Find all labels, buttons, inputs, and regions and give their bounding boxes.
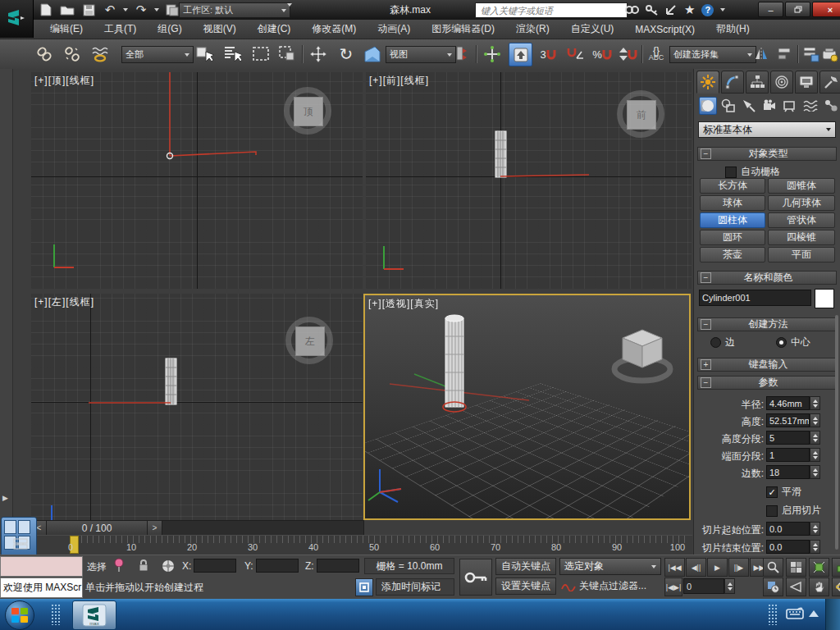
select-object-icon[interactable] (195, 44, 215, 64)
collapse-icon[interactable]: − (701, 148, 711, 159)
subtab-cameras[interactable] (760, 97, 778, 115)
field-of-view-icon[interactable] (786, 578, 806, 596)
viewcube-perspective[interactable] (611, 323, 673, 386)
button-cylinder[interactable]: 圆柱体 (700, 212, 765, 228)
time-slider-handle[interactable]: 0 / 100 (47, 521, 148, 535)
checkbox-checked-icon[interactable]: ✓ (766, 486, 778, 498)
frame-next-button[interactable]: > (148, 521, 162, 535)
subtab-systems[interactable] (822, 97, 840, 115)
select-rotate-icon[interactable]: ↻ (336, 44, 356, 64)
viewport-top-label[interactable]: [+][顶][线框] (34, 74, 94, 88)
slice-to-spinner[interactable] (810, 540, 820, 554)
height-segments-spinner[interactable] (810, 431, 820, 445)
menu-graph-editors[interactable]: 图形编辑器(D) (421, 20, 505, 39)
auto-key-button[interactable]: 自动关键点 (495, 558, 556, 575)
viewcube-face[interactable]: 前 (627, 100, 656, 130)
select-scale-icon[interactable] (363, 44, 382, 64)
undo-dropdown-icon[interactable] (123, 8, 128, 11)
redo-icon[interactable]: ↷ (133, 2, 149, 17)
rollout-object-type[interactable]: − 对象类型 (697, 147, 837, 161)
key-filters-curve-icon[interactable] (561, 580, 576, 591)
search-icon[interactable] (625, 4, 639, 16)
viewport-front[interactable]: [+][前][线框] 前 (366, 72, 692, 289)
slice-from-field[interactable]: 0.0 (766, 522, 810, 536)
communication-center-icon[interactable] (665, 4, 678, 16)
button-cone[interactable]: 圆锥体 (768, 178, 835, 194)
add-time-tag[interactable]: 添加时间标记 (376, 578, 454, 596)
expand-icon[interactable]: + (701, 359, 711, 370)
current-frame-field[interactable]: 0 (683, 578, 724, 594)
set-keys-button[interactable] (459, 559, 492, 596)
selection-lock-icon[interactable] (138, 559, 149, 572)
object-color-swatch[interactable] (815, 289, 834, 308)
viewport-persp-label[interactable]: [+][透视][真实] (368, 297, 439, 311)
x-coordinate-field[interactable] (194, 559, 236, 573)
sides-spinner[interactable] (810, 465, 820, 479)
menu-rendering[interactable]: 渲染(R) (505, 20, 560, 39)
subtab-shapes[interactable] (719, 97, 737, 115)
panel-scrollbar[interactable] (835, 315, 838, 550)
button-geosphere[interactable]: 几何球体 (768, 195, 835, 211)
taskbar-3dsmax-button[interactable]: max (72, 600, 116, 630)
viewcube-front[interactable]: 前 (617, 90, 666, 139)
input-method-keyboard-icon[interactable] (786, 607, 804, 620)
checkbox-icon[interactable] (725, 167, 737, 178)
close-button[interactable]: × (812, 2, 840, 17)
subtab-lights[interactable] (740, 97, 758, 115)
radio-icon-selected[interactable] (776, 337, 787, 348)
viewport-perspective[interactable]: [+][透视][真实] (363, 294, 691, 520)
menu-animation[interactable]: 动画(A) (367, 20, 421, 39)
key-icon[interactable] (646, 4, 659, 16)
next-frame-button[interactable]: ||▶ (728, 558, 749, 577)
undo-icon[interactable]: ↶ (102, 2, 118, 17)
align-icon[interactable] (776, 44, 796, 64)
strip-expand-icon[interactable]: ▶ (2, 494, 11, 505)
absolute-offset-toggle[interactable] (161, 559, 176, 573)
show-hidden-icons-arrow[interactable] (809, 610, 819, 617)
smooth-checkbox[interactable]: ✓ 平滑 (766, 485, 801, 499)
menu-maxscript[interactable]: MAXScript(X) (624, 20, 705, 39)
maxscript-listener-line[interactable]: 欢迎使用 MAXScr (0, 578, 83, 598)
key-mode-toggle[interactable]: |◀▶| (664, 578, 682, 596)
button-sphere[interactable]: 球体 (700, 195, 765, 211)
unlink-icon[interactable] (62, 44, 82, 64)
menu-help[interactable]: 帮助(H) (705, 20, 760, 39)
object-name-field[interactable]: Cylinder001 (699, 290, 811, 306)
help-icon[interactable]: ? (701, 4, 714, 16)
slice-to-field[interactable]: 0.0 (766, 540, 810, 554)
zoom-all-icon[interactable] (786, 558, 806, 577)
collapse-icon[interactable]: − (701, 319, 711, 330)
sides-field[interactable]: 18 (766, 465, 810, 479)
rollout-keyboard-entry[interactable]: + 键盘输入 (697, 358, 837, 372)
search-input[interactable] (479, 5, 623, 16)
tab-modify[interactable] (721, 71, 744, 94)
zoom-icon[interactable] (763, 558, 783, 577)
button-teapot[interactable]: 茶壶 (700, 247, 765, 262)
radio-icon[interactable] (710, 337, 721, 348)
radius-field[interactable]: 4.46mm (766, 396, 810, 410)
collapse-icon[interactable]: − (701, 272, 711, 283)
subtab-spacewarps[interactable] (801, 97, 819, 115)
window-crossing-icon[interactable] (277, 44, 297, 64)
cap-segments-field[interactable]: 1 (766, 448, 810, 462)
isolate-selection-icon[interactable] (113, 558, 125, 573)
search-box[interactable] (475, 2, 628, 18)
select-move-icon[interactable] (308, 44, 328, 64)
pan-hand-icon[interactable] (809, 578, 829, 596)
show-desktop-button[interactable] (825, 599, 840, 630)
selection-set-dropdown[interactable]: 选定对象 (559, 558, 661, 575)
restore-button[interactable] (785, 2, 810, 17)
rectangular-region-icon[interactable] (251, 44, 271, 64)
workspace-dropdown[interactable]: 工作区: 默认 (179, 2, 290, 18)
new-file-icon[interactable] (38, 2, 54, 17)
zoom-extents-all-icon[interactable] (832, 558, 840, 577)
y-coordinate-field[interactable] (256, 559, 299, 573)
viewport-left[interactable]: [+][左][线框] 左 (31, 294, 363, 540)
track-bar[interactable]: 010 2030 4050 6070 8090 100 (31, 535, 692, 555)
angle-snap-toggle[interactable] (566, 44, 586, 64)
height-spinner[interactable] (810, 413, 820, 427)
ref-coord-dropdown[interactable]: 视图 (386, 46, 456, 63)
radio-edge[interactable]: 边 (710, 336, 735, 349)
menu-modifiers[interactable]: 修改器(M) (301, 20, 367, 39)
viewport-left-label[interactable]: [+][左][线框] (34, 295, 94, 309)
